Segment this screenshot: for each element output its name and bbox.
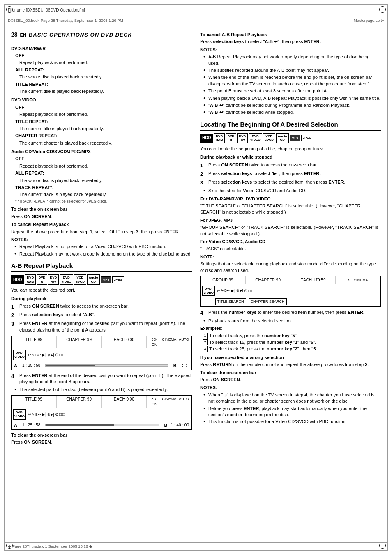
- clear-bar-label-r: To clear the on-screen bar: [200, 370, 381, 376]
- bottom-note-3: This function is not possible for a Vide…: [203, 419, 381, 425]
- clear-label-2: To clear the on-screen bar: [11, 432, 192, 438]
- footer-bar: ◆ Page 28Thursday, 1 September 2005 13:2…: [4, 542, 388, 551]
- examples-label: Examples:: [200, 325, 381, 332]
- note-item: Repeat Playback is not possible for a Vi…: [14, 244, 192, 250]
- display1-icons: ↩ A-B↩ ▶| ⊕▶| ⊙ □ □: [28, 352, 65, 358]
- example-3: 3 To select track 25, press the number k…: [203, 346, 381, 352]
- audio-off-label: OFF:: [11, 156, 192, 162]
- dvdram-items: OFF: Repeat playback is not performed. A…: [11, 53, 192, 94]
- disc-icon-dvdvideo-r: DVDVIDEO: [249, 133, 262, 143]
- disc-icon-hdd-r: HDD: [200, 134, 213, 143]
- cancel-repeat-label: To cancel Repeat Playback: [11, 221, 192, 228]
- audio-heading: Audio CD/Video CD/SVCD/JPEG/MP3: [11, 149, 192, 155]
- d2-extras: 3D-ON CINEMA AUTO: [147, 396, 191, 408]
- notes-label-right: NOTES:: [200, 47, 381, 53]
- for-dvdram-text: "TITLE SEARCH" or "CHAPTER SEARCH" is se…: [200, 203, 381, 216]
- loc-step-1: 1 Press ON SCREEN twice to access the on…: [200, 162, 381, 169]
- left-column: 28 EN BASIC OPERATIONS ON DVD DECK DVD-R…: [11, 31, 192, 537]
- for-video-text: "TRACK" is selectable.: [200, 246, 381, 252]
- disc-icon-jpeg: JPEG: [112, 276, 124, 283]
- loc-step4-bullets: Playback starts from the selected sectio…: [200, 318, 381, 324]
- title-search-label: TITLE SEARCH: [215, 298, 246, 305]
- display1-time: A 1 : 25 : 58 B : :: [12, 362, 191, 370]
- progress-fill-1: [46, 365, 95, 366]
- disc-icons-row-left: HDD DVDRAM DVDR DVDRW DVDVIDEO VCDSVCD A…: [11, 274, 192, 285]
- dvd-badge-2: DVD-VIDEO: [13, 409, 26, 419]
- disc-icon-jpeg-r: JPEG: [301, 135, 313, 141]
- disc-icon-audiocd-r: AudioCD: [276, 133, 289, 143]
- dvdvideo-off-desc: Repeat playback is not performed.: [11, 111, 192, 117]
- notes-label-left: NOTES:: [11, 237, 192, 243]
- right-column: To cancel A-B Repeat Playback Press sele…: [200, 31, 381, 537]
- info-bar: DX5SEU_00.book Page 28 Thursday, Septemb…: [4, 16, 388, 25]
- disc-icons-row-right: HDD DVDRAM DVDR DVDRW DVDVIDEO VCDSVCD A…: [200, 133, 381, 143]
- progress-bar-1: [45, 364, 168, 367]
- note-item: Repeat Playback may not work properly de…: [14, 251, 192, 257]
- d2-chapter: CHAPTER 99: [57, 396, 102, 408]
- loc-step-2: 2 Press selection keys to select "▶|", t…: [200, 170, 381, 178]
- during-playback-label: During playback: [11, 296, 192, 302]
- progress-bar-2: [45, 424, 159, 426]
- d3-chapter: CHAPTER 99: [246, 276, 291, 284]
- dvdram-off-desc: Repeat playback is not performed.: [11, 60, 192, 66]
- dvdvideo-chapterrepeat-desc: The current chapter is played back repea…: [11, 140, 192, 146]
- bottom-notes-list: When "⊙" is displayed on the TV screen i…: [200, 392, 381, 425]
- page-number: 28: [11, 31, 18, 39]
- disc-icon-dvdr-r: DVDR: [226, 133, 236, 143]
- disc-icon-dvdvideo: DVDVIDEO: [60, 274, 73, 285]
- cancel-note-1: A-B Repeat Playback may not work properl…: [203, 54, 381, 67]
- dvdvideo-items: OFF: Repeat playback is not performed. T…: [11, 104, 192, 146]
- example-1: 1 To select track 5, press the number ke…: [203, 333, 381, 339]
- notes-list-left: Repeat Playback is not possible for a Vi…: [11, 244, 192, 257]
- audio-off-desc: Repeat playback is not performed.: [11, 163, 192, 169]
- d1-chapter: CHAPTER 99: [57, 336, 102, 348]
- dvdvideo-heading: DVD VIDEO: [11, 97, 192, 103]
- display1-body: DVD-VIDEO ↩ A-B↩ ▶| ⊕▶| ⊙ □ □: [12, 348, 191, 361]
- note-text-right: Settings that are selectable during play…: [200, 261, 381, 274]
- d3-each: EACH 179:59: [291, 276, 336, 284]
- display3-header: GROUP 99 CHAPTER 99 EACH 179:59 5 CINEMA: [201, 276, 380, 284]
- progress-fill-2: [46, 424, 113, 426]
- cancel-notes-list: A-B Repeat Playback may not work properl…: [200, 54, 381, 116]
- disc-icon-dvdr: DVDR: [37, 274, 47, 285]
- cancel-note-7: "A-B ↩" cannot be selected while stopped…: [203, 109, 381, 115]
- footer-text: ◆ Page 28Thursday, 1 September 2005 13:2…: [8, 544, 92, 548]
- audio-allrepeat-desc: The whole disc is played back repeatedly…: [11, 177, 192, 184]
- d3-cinema: 5 CINEMA: [336, 276, 380, 284]
- disc-icon-dvdram-r: DVDRAM: [214, 133, 225, 143]
- ab-step4-bullet: The selected part of the disc (between p…: [14, 387, 192, 393]
- page-header: 28 EN BASIC OPERATIONS ON DVD DECK: [11, 31, 192, 41]
- disc-icon-mp3-r: MP3: [290, 135, 300, 141]
- cancel-note-6: "A-B ↩" cannot be selected during Progra…: [203, 102, 381, 108]
- onscreen-display-2: TITLE 99 CHAPTER 99 EACH 0:00 3D-ON CINE…: [11, 395, 192, 430]
- dvdram-allrepeat-desc: The whole disc is played back repeatedly…: [11, 74, 192, 80]
- during-or-stopped: During playback or while stopped: [200, 154, 381, 160]
- examples-list: 1 To select track 5, press the number ke…: [200, 333, 381, 352]
- display3-search-labels: TITLE SEARCH CHAPTER SEARCH: [201, 297, 380, 306]
- for-jpeg-text: "GROUP SEARCH" or "TRACK SEARCH" is sele…: [200, 224, 381, 237]
- dvdvideo-chapterrepeat-label: CHAPTER REPEAT:: [11, 133, 192, 139]
- ab-step-3: 3 Press ENTER at the beginning of the de…: [11, 320, 192, 333]
- dvd-badge-3: DVD-VIDEO: [202, 286, 215, 296]
- wrong-selection-label: If you have specified a wrong selection: [200, 355, 381, 361]
- cancel-note-3: When the end of the item is reached befo…: [203, 74, 381, 87]
- ab-step-1: 1 Press ON SCREEN twice to access the on…: [11, 303, 192, 311]
- for-dvdram-label: For DVD-RAM/RW/R, DVD VIDEO: [200, 196, 381, 202]
- content-area: 28 EN BASIC OPERATIONS ON DVD DECK DVD-R…: [4, 25, 388, 543]
- loc-step3-bullet: Skip this step for Video CD/SVCD and Aud…: [203, 188, 381, 194]
- dvdram-titlerepeat-desc: The current title is played back repeate…: [11, 88, 192, 94]
- for-video-label: For Video CD/SVCD, Audio CD: [200, 239, 381, 245]
- d1-title: TITLE 99: [12, 336, 57, 348]
- clear-text-1: Press ON SCREEN.: [11, 214, 192, 220]
- onscreen-display-3: GROUP 99 CHAPTER 99 EACH 179:59 5 CINEMA…: [200, 276, 381, 307]
- display3-body: DVD-VIDEO ↩ A-B↩ ▶| ⊕▶| ⊙ □ □: [201, 284, 380, 297]
- display1-header: TITLE 99 CHAPTER 99 EACH 0:00 3D-ON CINE…: [12, 336, 191, 348]
- dvdram-titlerepeat-label: TITLE REPEAT:: [11, 81, 192, 88]
- dvdvideo-titlerepeat-desc: The current title is played back repeate…: [11, 126, 192, 132]
- display2-time: A 1 : 25 : 58 B 1 : 40 : 00: [12, 421, 191, 429]
- audio-trackrepeat-desc: The current track is played back repeate…: [11, 191, 192, 198]
- clear-label-1: To clear the on-screen bar: [11, 206, 192, 212]
- ab-repeat-title: A-B Repeat Playback: [11, 261, 192, 272]
- filename-bar: Filename [DX5SEU_06DVD Operation.fm]: [4, 4, 388, 16]
- example-2: 2 To select track 15, press the number k…: [203, 339, 381, 345]
